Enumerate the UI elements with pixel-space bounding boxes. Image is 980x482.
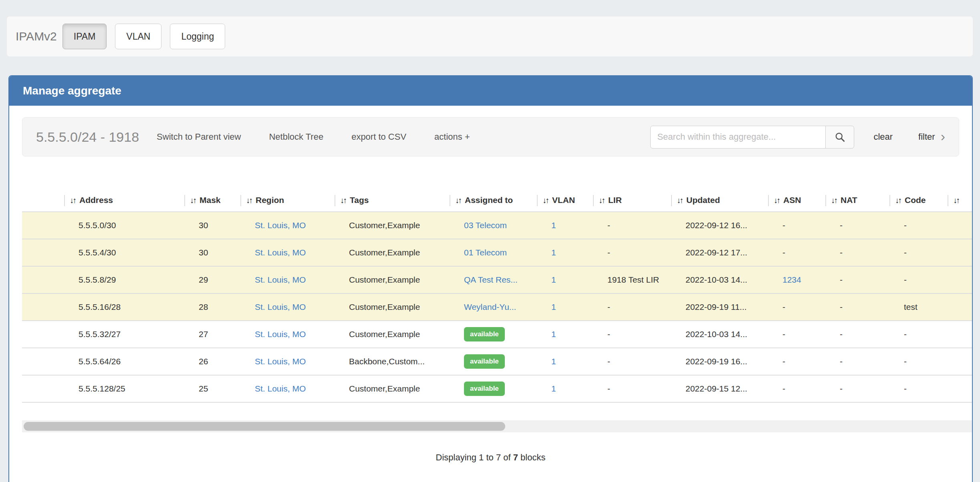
search-input[interactable] xyxy=(650,126,826,149)
column-header-updated[interactable]: ↓↑Updated xyxy=(671,189,768,212)
column-header-region[interactable]: ↓↑Region xyxy=(240,189,335,212)
brand-link[interactable]: IPAMv2 xyxy=(7,30,57,43)
assigned-link[interactable]: Weyland-Yu... xyxy=(464,302,516,311)
status-prefix: Displaying 1 to 7 of xyxy=(436,452,513,462)
cell-address: 5.5.5.0/30 xyxy=(64,212,184,239)
filter-button[interactable]: filter › xyxy=(918,130,945,144)
cell-lir: - xyxy=(593,293,671,321)
available-badge[interactable]: available xyxy=(464,354,505,369)
vlan-link[interactable]: 1 xyxy=(551,302,556,311)
column-header-vlan[interactable]: ↓↑VLAN xyxy=(537,189,593,212)
column-header-asn[interactable]: ↓↑ASN xyxy=(768,189,825,212)
scrollbar-thumb[interactable] xyxy=(24,422,505,431)
cell-tags: Customer,Example xyxy=(335,239,450,266)
cell-extra xyxy=(948,293,972,321)
assigned-link[interactable]: 03 Telecom xyxy=(464,221,507,230)
cell-tags: Customer,Example xyxy=(335,212,450,239)
filter-label: filter xyxy=(918,132,935,142)
vlan-link[interactable]: 1 xyxy=(551,275,556,284)
panel-heading: Manage aggregate xyxy=(9,76,972,106)
vlan-link[interactable]: 1 xyxy=(551,248,556,257)
column-label: LIR xyxy=(608,195,622,205)
vlan-link[interactable]: 1 xyxy=(551,384,556,393)
region-link[interactable]: St. Louis, MO xyxy=(255,221,306,230)
column-label: Address xyxy=(79,195,113,205)
cell-address: 5.5.5.16/28 xyxy=(64,293,184,321)
available-badge[interactable]: available xyxy=(464,382,505,396)
cell-region: St. Louis, MO xyxy=(240,293,335,321)
search-button[interactable] xyxy=(825,126,854,149)
available-badge[interactable]: available xyxy=(464,327,505,341)
column-header-tags[interactable]: ↓↑Tags xyxy=(335,189,450,212)
assigned-link[interactable]: QA Test Res... xyxy=(464,275,518,284)
cell-updated: 2022-09-19 16... xyxy=(671,348,768,375)
vlan-link[interactable]: 1 xyxy=(551,329,556,339)
cell-spacer xyxy=(22,239,64,266)
cell-assigned-to: available xyxy=(450,348,537,375)
cell-mask: 25 xyxy=(184,375,240,402)
column-label: Updated xyxy=(686,195,720,205)
region-link[interactable]: St. Louis, MO xyxy=(255,329,306,339)
column-header-extra[interactable]: ↓↑ xyxy=(948,189,972,212)
cell-assigned-to: QA Test Res... xyxy=(450,266,537,293)
tab-vlan[interactable]: VLAN xyxy=(115,24,161,49)
cell-assigned-to: available xyxy=(450,321,537,348)
horizontal-scrollbar[interactable] xyxy=(22,420,972,432)
vlan-link[interactable]: 1 xyxy=(551,221,556,230)
navbar: IPAMv2 IPAMVLANLogging xyxy=(6,16,973,57)
toolbar-link-actions[interactable]: actions + xyxy=(434,132,470,142)
vlan-link[interactable]: 1 xyxy=(551,357,556,366)
column-header-mask[interactable]: ↓↑Mask xyxy=(184,189,240,212)
column-header-code[interactable]: ↓↑Code xyxy=(889,189,948,212)
cell-lir: - xyxy=(593,348,671,375)
cell-tags: Customer,Example xyxy=(335,375,450,402)
region-link[interactable]: St. Louis, MO xyxy=(255,302,306,311)
column-header-lir[interactable]: ↓↑LIR xyxy=(593,189,671,212)
asn-link[interactable]: 1234 xyxy=(782,275,801,284)
netblock-table: ↓↑Address↓↑Mask↓↑Region↓↑Tags↓↑Assigned … xyxy=(22,189,972,403)
cell-region: St. Louis, MO xyxy=(240,239,335,266)
sort-icon: ↓↑ xyxy=(70,196,75,205)
region-link[interactable]: St. Louis, MO xyxy=(255,275,306,284)
sort-icon: ↓↑ xyxy=(340,196,346,205)
toolbar-link-netblock-tree[interactable]: Netblock Tree xyxy=(269,132,323,142)
cell-updated: 2022-09-15 12... xyxy=(671,375,768,402)
panel-title: Manage aggregate xyxy=(23,84,121,97)
cell-nat: - xyxy=(825,348,889,375)
cell-code: - xyxy=(889,375,948,402)
region-link[interactable]: St. Louis, MO xyxy=(255,248,306,257)
sort-icon: ↓↑ xyxy=(190,196,196,205)
sort-icon: ↓↑ xyxy=(895,196,901,205)
toolbar-link-export-to-csv[interactable]: export to CSV xyxy=(351,132,406,142)
column-label: Code xyxy=(905,195,926,205)
column-label: Tags xyxy=(350,195,369,205)
toolbar-link-switch-to-parent-view[interactable]: Switch to Parent view xyxy=(157,132,241,142)
sort-icon: ↓↑ xyxy=(774,196,779,205)
region-link[interactable]: St. Louis, MO xyxy=(255,384,306,393)
cell-nat: - xyxy=(825,212,889,239)
cell-code: test xyxy=(889,293,948,321)
column-header-address[interactable]: ↓↑Address xyxy=(64,189,184,212)
cell-asn: 1234 xyxy=(768,266,825,293)
cell-mask: 29 xyxy=(184,266,240,293)
cell-lir: - xyxy=(593,212,671,239)
cell-mask: 30 xyxy=(184,212,240,239)
netblock-table-wrap: ↓↑Address↓↑Mask↓↑Region↓↑Tags↓↑Assigned … xyxy=(22,189,972,403)
display-count-status: Displaying 1 to 7 of 7 blocks xyxy=(22,452,959,463)
table-row: 5.5.5.32/2727St. Louis, MOCustomer,Examp… xyxy=(22,321,972,348)
cell-extra xyxy=(948,239,972,266)
tab-logging[interactable]: Logging xyxy=(170,24,225,49)
column-label: Mask xyxy=(200,195,221,205)
assigned-link[interactable]: 01 Telecom xyxy=(464,248,507,257)
cell-code: - xyxy=(889,266,948,293)
tab-ipam[interactable]: IPAM xyxy=(63,24,107,49)
column-header-nat[interactable]: ↓↑NAT xyxy=(825,189,889,212)
app-root: IPAMv2 IPAMVLANLogging Manage aggregate … xyxy=(0,0,980,482)
clear-button[interactable]: clear xyxy=(873,132,893,142)
cell-region: St. Louis, MO xyxy=(240,321,335,348)
cell-code: - xyxy=(889,348,948,375)
cell-lir: - xyxy=(593,239,671,266)
cell-nat: - xyxy=(825,375,889,402)
region-link[interactable]: St. Louis, MO xyxy=(255,357,306,366)
column-header-assigned-to[interactable]: ↓↑Assigned to xyxy=(450,189,537,212)
